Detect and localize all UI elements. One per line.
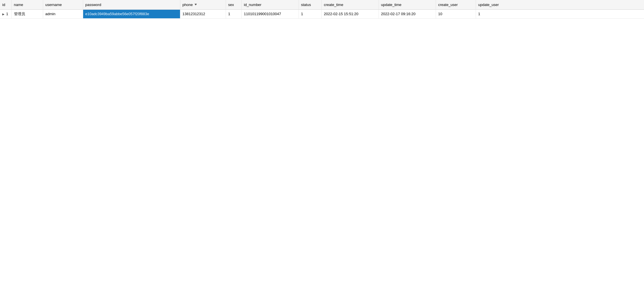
col-label-update-time: update_time xyxy=(381,3,402,7)
col-header-id[interactable]: id xyxy=(0,0,11,9)
data-table: id name username password phone xyxy=(0,0,644,19)
col-header-create-user[interactable]: create_user xyxy=(436,0,476,9)
col-header-create-time[interactable]: create_time xyxy=(321,0,379,9)
cell-id-value: 1 xyxy=(5,12,8,16)
col-header-password[interactable]: password xyxy=(83,0,180,9)
cell-update-user: 1 xyxy=(476,9,644,18)
cell-password-value: e10adc3949ba59abbe56e057f20f883e xyxy=(83,10,180,18)
col-label-password: password xyxy=(85,3,101,7)
cell-phone: 13812312312 xyxy=(180,9,226,18)
col-header-username[interactable]: username xyxy=(43,0,83,9)
col-header-update-user[interactable]: update_user xyxy=(476,0,644,9)
col-label-id: id xyxy=(2,3,5,7)
cell-name: 管理员 xyxy=(11,9,43,18)
col-label-update-user: update_user xyxy=(478,3,499,7)
col-header-sex[interactable]: sex xyxy=(226,0,241,9)
cell-id-number: 110101199001010047 xyxy=(241,9,299,18)
col-label-phone: phone xyxy=(183,3,193,7)
col-label-name: name xyxy=(14,3,23,7)
cell-username: admin xyxy=(43,9,83,18)
sort-desc-icon xyxy=(195,4,197,5)
cell-status: 1 xyxy=(299,9,321,18)
table-row[interactable]: ▶ 1管理员admine10adc3949ba59abbe56e057f20f8… xyxy=(0,9,644,18)
col-label-create-user: create_user xyxy=(438,3,458,7)
col-header-status[interactable]: status xyxy=(299,0,321,9)
col-label-username: username xyxy=(45,3,62,7)
col-header-phone[interactable]: phone xyxy=(180,0,226,9)
cell-id: ▶ 1 xyxy=(0,9,11,18)
cell-sex: 1 xyxy=(226,9,241,18)
col-header-name[interactable]: name xyxy=(11,0,43,9)
col-header-update-time[interactable]: update_time xyxy=(379,0,436,9)
col-label-sex: sex xyxy=(228,3,234,7)
cell-create-time: 2022-02-15 15:51:20 xyxy=(321,9,379,18)
col-label-status: status xyxy=(301,3,311,7)
table-header-row: id name username password phone xyxy=(0,0,644,9)
col-header-id-number[interactable]: id_number xyxy=(241,0,299,9)
col-label-create-time: create_time xyxy=(324,3,343,7)
cell-create-user: 10 xyxy=(436,9,476,18)
row-pointer-icon: ▶ xyxy=(2,13,5,16)
cell-update-time: 2022-02-17 09:16:20 xyxy=(379,9,436,18)
col-label-id-number: id_number xyxy=(244,3,261,7)
cell-password: e10adc3949ba59abbe56e057f20f883e xyxy=(83,9,180,18)
